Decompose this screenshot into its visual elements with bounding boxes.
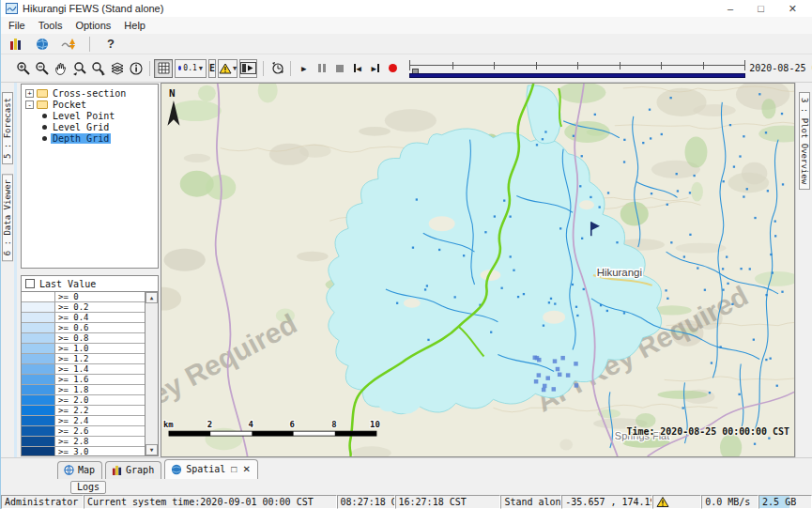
close-button[interactable]: ✕ — [789, 4, 797, 13]
right-tab-strip: 3 : Plot Overview — [795, 83, 812, 457]
status-system-time: Current system time:2020-09-01 00:00 CST — [84, 495, 337, 509]
legend-value-label: >= 2.4 — [55, 416, 89, 425]
status-memory: 2.5 GB — [758, 495, 812, 509]
current-time-label: 2020-08-25 00:00:00 CST — [749, 63, 812, 73]
tab-close-icon[interactable]: ✕ — [242, 464, 250, 474]
legend-color-swatch — [22, 364, 55, 374]
layers-icon[interactable] — [108, 59, 127, 78]
minimize-button[interactable]: – — [728, 4, 733, 13]
logs-button[interactable]: Logs — [70, 481, 106, 494]
time-slider-track[interactable] — [409, 60, 745, 70]
legend-row: >= 2.4 — [22, 416, 145, 426]
legend-value-label: >= 2.2 — [55, 406, 89, 415]
help-button[interactable]: ? — [101, 35, 120, 54]
time-slider[interactable] — [409, 57, 745, 80]
svg-text:6: 6 — [289, 420, 294, 429]
legend-value-label: >= 3.0 — [55, 447, 89, 455]
pan-hand-icon[interactable] — [52, 59, 70, 78]
record-button[interactable] — [384, 59, 402, 78]
map-canvas[interactable]: API Key Required API Key Required — [161, 83, 795, 457]
last-value-checkbox[interactable] — [25, 279, 35, 288]
svg-text:2: 2 — [207, 420, 212, 429]
globe-map-icon[interactable] — [33, 35, 52, 54]
grid-display-button[interactable] — [154, 59, 173, 78]
menu-item-file[interactable]: File — [8, 20, 25, 31]
legend-value-label: >= 2.8 — [55, 437, 89, 446]
legend-color-swatch — [22, 375, 55, 384]
app-icon — [6, 3, 18, 14]
maximize-button[interactable]: □ — [758, 4, 764, 13]
data-viewer-panel: +Cross-section-PocketLevel PointLevel Gr… — [14, 83, 161, 457]
tree-item-label: Level Grid — [51, 122, 111, 132]
scroll-down-icon[interactable]: ▼ — [146, 444, 158, 455]
zoom-previous-icon[interactable] — [70, 59, 89, 78]
step-forward-button[interactable]: ▶ — [366, 59, 384, 78]
tab-plot-overview[interactable]: 3 : Plot Overview — [799, 92, 810, 190]
legend-scrollbar[interactable]: ▲ ▼ — [146, 292, 158, 455]
legend-value-label: >= 1.0 — [55, 344, 89, 353]
scroll-up-icon[interactable]: ▲ — [146, 292, 158, 303]
legend-value-label: >= 0.6 — [55, 323, 89, 332]
toolbar-separator — [263, 61, 264, 76]
warning-threshold-dropdown[interactable]: ▼ — [218, 59, 237, 78]
pause-button[interactable] — [313, 59, 330, 78]
play-button[interactable]: ▶ — [295, 59, 313, 78]
tab-map[interactable]: Map — [57, 461, 102, 479]
legend-row: >= 0.6 — [22, 323, 145, 333]
legend-value-label: >= 0 — [55, 292, 79, 301]
tab-graph[interactable]: Graph — [105, 461, 161, 479]
svg-text:km: km — [163, 420, 174, 429]
bar-chart-icon — [112, 465, 122, 475]
legend-color-swatch — [22, 437, 55, 446]
legend-value-label: >= 2.6 — [55, 426, 89, 436]
legend-value-label: >= 2.0 — [55, 395, 89, 405]
tree-item-cross-section[interactable]: +Cross-section — [22, 87, 158, 99]
elevation-scale-button[interactable]: E — [208, 59, 216, 78]
toolbar-separator — [149, 61, 150, 76]
data-explorer-icon[interactable] — [7, 35, 25, 54]
tree-item-level-grid[interactable]: Level Grid — [22, 121, 158, 132]
menu-item-options[interactable]: Options — [75, 20, 111, 31]
tree-expander-icon[interactable]: - — [25, 100, 34, 109]
tree-item-label: Depth Grid — [51, 133, 111, 144]
tree-item-level-point[interactable]: Level Point — [22, 110, 158, 121]
tree-expander-icon[interactable]: + — [25, 89, 34, 98]
legend-color-swatch — [22, 333, 55, 343]
time-series-icon[interactable] — [59, 35, 78, 54]
tree-item-label: Pocket — [51, 100, 88, 110]
folder-icon — [37, 100, 48, 109]
tab-spatial[interactable]: Spatial □ ✕ — [164, 459, 258, 479]
time-control-icon[interactable] — [268, 59, 286, 78]
animation-movie-button[interactable] — [239, 59, 257, 78]
stop-button[interactable] — [330, 59, 348, 78]
tab-data-viewer[interactable]: 6 : Data Viewer — [2, 174, 13, 261]
menu-item-help[interactable]: Help — [124, 20, 146, 31]
legend-color-swatch — [22, 447, 55, 455]
legend-color-swatch — [22, 302, 55, 312]
legend-row: >= 2.2 — [22, 406, 145, 416]
legend-row: >= 0 — [22, 292, 145, 302]
tab-forecast[interactable]: 5 : Forecast — [2, 92, 13, 164]
chevron-down-icon: ▼ — [233, 65, 237, 72]
info-icon[interactable] — [127, 59, 146, 78]
legend-value-label: >= 1.6 — [55, 375, 89, 384]
legend-color-swatch — [22, 385, 55, 394]
tree-item-depth-grid[interactable]: Depth Grid — [22, 132, 158, 144]
legend-color-swatch — [22, 323, 55, 332]
dot-icon — [178, 66, 181, 70]
class-break-dropdown[interactable]: 0.1 ▼ — [175, 59, 207, 78]
zoom-next-icon[interactable] — [89, 59, 108, 78]
map-time-label: Time: 2020-08-25 00:00:00 CST — [626, 426, 789, 437]
menu-item-tools[interactable]: Tools — [38, 20, 63, 31]
legend-value-label: >= 0.4 — [55, 313, 89, 322]
legend-color-swatch — [22, 313, 55, 322]
zoom-out-icon[interactable] — [33, 59, 52, 78]
tab-maximize-icon[interactable]: □ — [231, 464, 237, 474]
step-back-button[interactable]: ◀ — [348, 59, 366, 78]
tree-item-pocket[interactable]: -Pocket — [22, 99, 158, 110]
legend-row: >= 2.0 — [22, 395, 145, 406]
status-warning[interactable] — [652, 495, 701, 509]
svg-text:8: 8 — [331, 420, 336, 429]
zoom-in-icon[interactable] — [14, 59, 33, 78]
legend-color-swatch — [22, 406, 55, 415]
